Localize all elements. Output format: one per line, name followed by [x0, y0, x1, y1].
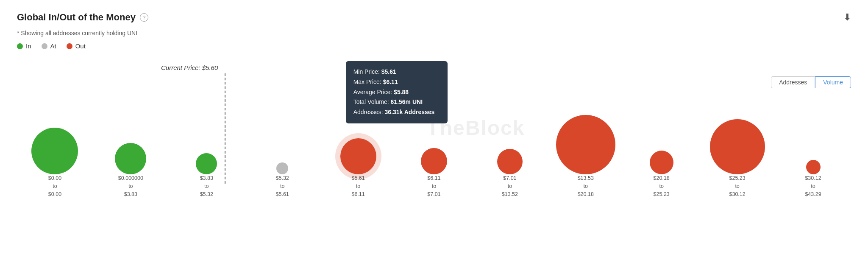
bubble-1 [115, 143, 146, 174]
bubble-col-7 [548, 89, 623, 174]
bubble-col-6 [472, 89, 548, 174]
bubble-col-4: Min Price: $5.61 Max Price: $6.11 Averag… [320, 89, 396, 174]
current-price-label: Current Price: $5.60 [161, 64, 218, 71]
chart-area: Current Price: $5.60 TheBlock [17, 60, 851, 196]
help-icon[interactable]: ? [140, 13, 148, 22]
bubble-8 [650, 151, 673, 174]
bubble-10 [806, 160, 821, 174]
bubble-5 [421, 148, 447, 174]
legend-dot-in [17, 43, 23, 49]
legend-label-in: In [26, 42, 31, 50]
legend: In At Out [17, 42, 851, 50]
legend-item-at: At [42, 42, 56, 50]
tooltip-min-price: Min Price: $5.61 [353, 67, 440, 77]
x-label-3: $5.32 to $5.61 [245, 174, 320, 198]
download-icon[interactable]: ⬇ [843, 12, 851, 23]
x-label-10: $30.12 to $43.29 [775, 174, 851, 198]
bubble-col-2 [169, 89, 245, 174]
x-label-2: $3.83 to $5.32 [169, 174, 245, 198]
bubble-7 [556, 115, 615, 174]
x-label-6: $7.01 to $13.52 [472, 174, 548, 198]
title-area: Global In/Out of the Money ? [17, 12, 148, 23]
bubble-col-8 [623, 89, 699, 174]
x-label-0: $0.00 to $0.00 [17, 174, 93, 198]
legend-dot-out [67, 43, 72, 49]
bubble-col-0 [17, 89, 93, 174]
bubble-2 [196, 153, 217, 174]
x-label-9: $25.23 to $30.12 [699, 174, 775, 198]
bubble-col-9 [699, 89, 775, 174]
x-labels: $0.00 to $0.00 $0.000000 to $3.83 $3.83 … [17, 174, 851, 196]
legend-item-out: Out [67, 42, 86, 50]
chart-container: Global In/Out of the Money ? ⬇ * Showing… [0, 0, 868, 204]
bubble-9 [710, 119, 765, 174]
bubble-col-3 [245, 89, 320, 174]
legend-label-out: Out [75, 42, 86, 50]
bubble-0 [31, 128, 78, 174]
chart-header: Global In/Out of the Money ? ⬇ [17, 12, 851, 23]
legend-label-at: At [50, 42, 56, 50]
x-label-7: $13.53 to $20.18 [548, 174, 623, 198]
bubble-3 [276, 162, 288, 174]
subtitle: * Showing all addresses currently holdin… [17, 30, 851, 36]
legend-item-in: In [17, 42, 31, 50]
bubble-col-10 [775, 89, 851, 174]
bubble-col-5 [396, 89, 472, 174]
x-label-4: $5.61 to $6.11 [320, 174, 396, 198]
bubbles-row: Min Price: $5.61 Max Price: $6.11 Averag… [17, 89, 851, 174]
x-label-1: $0.000000 to $3.83 [93, 174, 169, 198]
x-label-5: $6.11 to $7.01 [396, 174, 472, 198]
bubble-col-1 [93, 89, 169, 174]
bubble-4 [340, 138, 376, 174]
tooltip-max-price: Max Price: $6.11 [353, 77, 440, 87]
legend-dot-at [42, 43, 47, 49]
x-label-8: $20.18 to $25.23 [623, 174, 699, 198]
chart-title: Global In/Out of the Money [17, 12, 136, 23]
bubble-6 [497, 149, 523, 174]
